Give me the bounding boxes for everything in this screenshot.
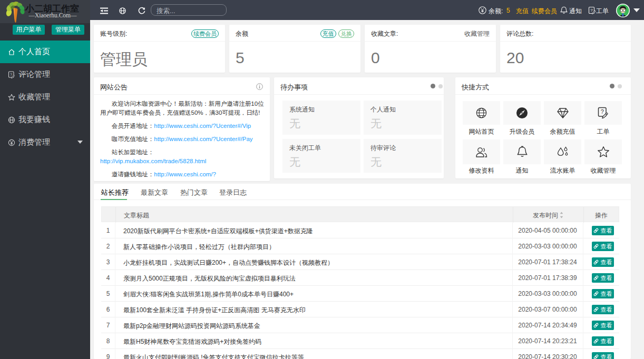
svg-text:?: ? [601, 108, 604, 115]
svg-text:?: ? [590, 8, 593, 13]
svg-text:?: ? [10, 72, 12, 77]
